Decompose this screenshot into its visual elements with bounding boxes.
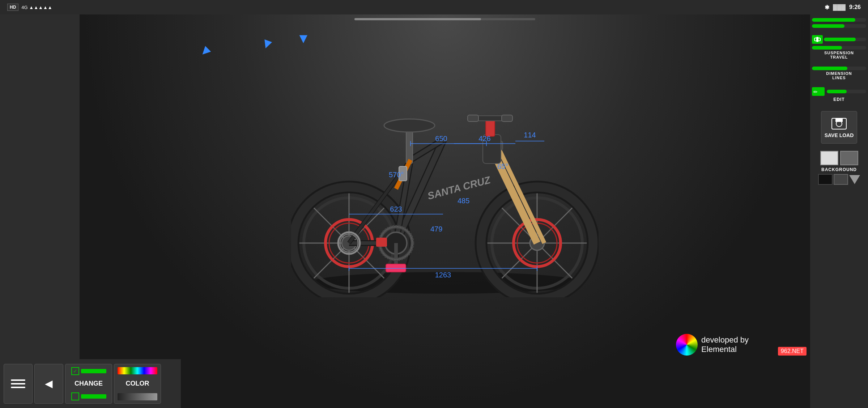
developer-logo	[676, 334, 698, 356]
slider-fill-2	[812, 24, 844, 28]
svg-text:1263: 1263	[435, 271, 451, 279]
bottom-toolbar: ◀ ✓ CHANGE COLOR	[0, 359, 181, 408]
time-display: 9:26	[849, 4, 861, 10]
suspension-label: SUSPENSIONTRAVEL	[824, 51, 854, 59]
menu-icon	[9, 375, 27, 393]
dimension-slider[interactable]	[812, 67, 866, 70]
svg-text:570°: 570°	[389, 171, 404, 179]
svg-rect-44	[406, 127, 413, 163]
svg-rect-48	[386, 264, 406, 272]
watermark: 962.NET	[778, 347, 807, 356]
suspension-fill-2	[812, 46, 842, 50]
change-button[interactable]: ✓ CHANGE	[65, 364, 112, 404]
slider-track-2[interactable]	[812, 24, 866, 28]
status-bar: HD 4G ▲▲▲▲▲ ✱ ▓▓▓ 9:26	[0, 0, 868, 14]
bg-medium-option[interactable]	[834, 174, 848, 185]
bg-gray-option[interactable]	[840, 151, 858, 165]
bg-dark-option[interactable]	[818, 174, 833, 185]
color-spectrum	[118, 367, 157, 374]
bike-area: ▼ ▼ ▼	[80, 25, 810, 359]
edit-label: EDIT	[833, 97, 844, 102]
back-icon: ◀	[45, 378, 53, 390]
change-bottom	[71, 392, 106, 400]
developer-text: developed by Elemental	[701, 335, 749, 354]
dev-line2: Elemental	[701, 345, 749, 354]
arrow-1: ▼	[195, 41, 216, 61]
svg-text:✏: ✏	[813, 89, 818, 95]
background-label: BACKGROUND	[821, 167, 857, 172]
save-load-label: SAVE LOAD	[825, 132, 854, 138]
svg-rect-42	[468, 115, 478, 122]
dev-line1: developed by	[701, 335, 749, 345]
edit-fill	[827, 90, 847, 93]
progress-bar	[354, 18, 535, 20]
dimension-fill	[812, 67, 847, 70]
svg-text:426: 426	[478, 135, 490, 143]
svg-text:479: 479	[430, 225, 442, 233]
change-top: ✓	[71, 367, 106, 375]
bg-triangle-indicator	[849, 175, 860, 184]
svg-text:650: 650	[435, 135, 447, 143]
edit-icon: ✏	[812, 87, 825, 96]
bg-white-option[interactable]	[820, 151, 838, 165]
save-load-button[interactable]: SAVE LOAD	[821, 111, 857, 144]
change-box	[71, 392, 79, 400]
arrow-3: ▼	[297, 31, 310, 46]
save-icon	[830, 116, 848, 131]
suspension-slider-2[interactable]	[812, 46, 866, 50]
svg-rect-76	[816, 37, 818, 42]
svg-text:623: 623	[390, 205, 402, 213]
left-sidebar: MAVIC Mavic KORE Kore	[0, 14, 80, 408]
bg-color-squares	[820, 151, 858, 165]
svg-text:65°: 65°	[497, 162, 508, 170]
dimension-lines-control: DIMENSIONLINES	[812, 67, 866, 80]
svg-rect-80	[835, 118, 843, 122]
svg-point-45	[384, 119, 435, 132]
change-bar	[81, 369, 106, 373]
dimension-label: DIMENSIONLINES	[826, 71, 852, 80]
menu-button[interactable]	[4, 364, 33, 404]
slider-track-1[interactable]	[812, 18, 866, 22]
main-area: ▼ ▼ ▼	[80, 14, 810, 408]
battery-icon: ▓▓▓	[833, 4, 846, 10]
developer-credit: developed by Elemental	[676, 334, 749, 356]
right-sidebar: SUSPENSIONTRAVEL DIMENSIONLINES ✏ EDIT	[810, 14, 868, 408]
change-label: CHANGE	[75, 380, 103, 387]
color-gray-bar	[118, 393, 157, 400]
suspension-fill	[824, 38, 856, 41]
suspension-slider[interactable]	[824, 38, 866, 41]
svg-rect-43	[502, 115, 512, 122]
svg-text:114: 114	[524, 131, 536, 139]
change-check: ✓	[71, 367, 79, 375]
svg-rect-52	[376, 238, 387, 247]
background-control: BACKGROUND	[812, 151, 866, 185]
arrow-2: ▼	[258, 34, 276, 54]
progress-fill	[354, 18, 481, 20]
color-button[interactable]: COLOR	[114, 364, 161, 404]
bg-slider-row	[818, 174, 860, 185]
suspension-travel-control: SUSPENSIONTRAVEL	[812, 35, 866, 59]
slider-fill-1	[812, 18, 855, 22]
top-slider-1	[812, 18, 866, 28]
save-load-container: SAVE LOAD	[821, 111, 857, 144]
suspension-icon	[812, 35, 823, 44]
change-bar-2	[81, 394, 106, 399]
bluetooth-icon: ✱	[825, 4, 829, 11]
edit-slider[interactable]	[827, 90, 866, 93]
bike-svg: SANTA CRUZ	[291, 88, 599, 297]
color-label: COLOR	[126, 380, 149, 387]
back-button[interactable]: ◀	[34, 364, 63, 404]
edit-control: ✏ EDIT	[812, 87, 866, 102]
signal-indicator: 4G ▲▲▲▲▲	[21, 5, 52, 10]
svg-text:485: 485	[458, 197, 469, 205]
hd-badge: HD	[7, 4, 18, 11]
